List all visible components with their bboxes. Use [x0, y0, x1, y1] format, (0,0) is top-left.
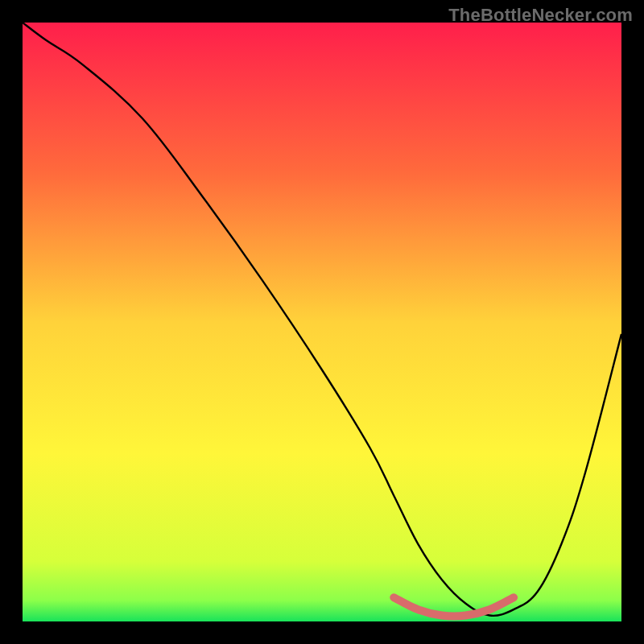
- gradient-background: [23, 23, 621, 621]
- chart-frame: [23, 23, 621, 621]
- watermark-text: TheBottleNecker.com: [448, 5, 633, 26]
- chart-svg: [23, 23, 621, 621]
